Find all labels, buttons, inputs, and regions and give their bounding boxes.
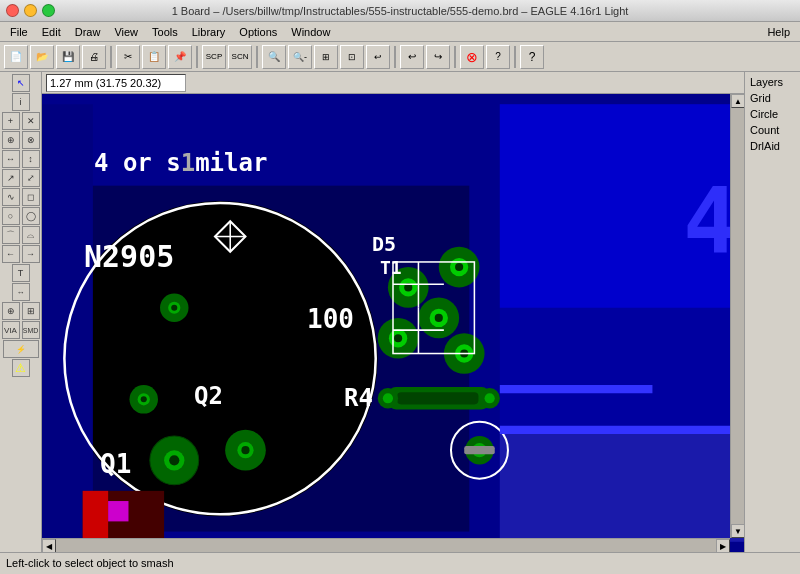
pcb-label-t1: T1 (380, 257, 402, 278)
lt-btn13[interactable]: ⌒ (2, 226, 20, 244)
lt-select[interactable]: ↖ (12, 74, 30, 92)
menu-view[interactable]: View (108, 25, 144, 39)
tb-zoom-out[interactable]: 🔍- (288, 45, 312, 69)
tb-info[interactable]: ? (486, 45, 510, 69)
pcb-label-title: 4 or s1milar (94, 149, 267, 177)
tb-save[interactable]: 💾 (56, 45, 80, 69)
lt-btn14[interactable]: ⌓ (22, 226, 40, 244)
tb-print[interactable]: 🖨 (82, 45, 106, 69)
svg-point-42 (383, 393, 393, 403)
pcb-label-q2: Q2 (194, 382, 223, 410)
scroll-down-btn[interactable]: ▼ (731, 524, 744, 538)
svg-point-23 (455, 263, 463, 271)
menu-help[interactable]: Help (761, 25, 796, 39)
menu-window[interactable]: Window (285, 25, 336, 39)
lt-btn16[interactable]: → (22, 245, 40, 263)
tb-stop[interactable]: ⊗ (460, 45, 484, 69)
lt-btn9[interactable]: ∿ (2, 188, 20, 206)
lt-btn18[interactable]: ⊞ (22, 302, 40, 320)
lt-btn7[interactable]: ↗ (2, 169, 20, 187)
lt-btn19[interactable]: VIA (2, 321, 20, 339)
tb-btn6[interactable]: SCN (228, 45, 252, 69)
rp-count[interactable]: Count (747, 122, 798, 138)
lt-btn5[interactable]: ↔ (2, 150, 20, 168)
lt-btn10[interactable]: ◻ (22, 188, 40, 206)
rp-grid[interactable]: Grid (747, 90, 798, 106)
minimize-button[interactable] (24, 4, 37, 17)
lt-row8: ← → (2, 245, 40, 263)
lt-btn17[interactable]: ⊕ (2, 302, 20, 320)
lt-row6: ○ ◯ (2, 207, 40, 225)
lt-dim[interactable]: ↔ (12, 283, 30, 301)
tb-sep6 (514, 46, 516, 68)
v-scrollbar[interactable]: ▲ ▼ (730, 94, 744, 538)
svg-rect-58 (83, 491, 108, 542)
tb-copy[interactable]: 📋 (142, 45, 166, 69)
lt-btn8[interactable]: ⤢ (22, 169, 40, 187)
scroll-right-btn[interactable]: ▶ (716, 539, 730, 552)
scroll-up-btn[interactable]: ▲ (731, 94, 744, 108)
canvas-area: 4 4 or s1milar N2905 100 D5 T1 Q2 R4 Q1 … (42, 72, 744, 552)
lt-drc[interactable]: ⚡ (3, 340, 39, 358)
tb-zoom-last[interactable]: ↩ (366, 45, 390, 69)
tb-btn5[interactable]: SCP (202, 45, 226, 69)
tb-open[interactable]: 📂 (30, 45, 54, 69)
tb-sep1 (110, 46, 112, 68)
lt-row3: ↔ ↕ (2, 150, 40, 168)
lt-btn12[interactable]: ◯ (22, 207, 40, 225)
svg-point-35 (171, 305, 177, 311)
svg-point-29 (394, 334, 402, 342)
lt-btn20[interactable]: SMD (22, 321, 40, 339)
lt-btn11[interactable]: ○ (2, 207, 20, 225)
tb-undo[interactable]: ↩ (400, 45, 424, 69)
pcb-label-n2905: N2905 (84, 239, 174, 274)
menu-library[interactable]: Library (186, 25, 232, 39)
menu-file[interactable]: File (4, 25, 34, 39)
lt-text[interactable]: T (12, 264, 30, 282)
tb-new[interactable]: 📄 (4, 45, 28, 69)
lt-btn1[interactable]: + (2, 112, 20, 130)
close-button[interactable] (6, 4, 19, 17)
lt-btn3[interactable]: ⊕ (2, 131, 20, 149)
tb-redo[interactable]: ↪ (426, 45, 450, 69)
svg-point-17 (241, 446, 249, 454)
menu-draw[interactable]: Draw (69, 25, 107, 39)
window-buttons (6, 4, 55, 17)
tb-zoom-sel[interactable]: ⊡ (340, 45, 364, 69)
scroll-left-btn[interactable]: ◀ (42, 539, 56, 552)
lt-row10: VIA SMD (2, 321, 40, 339)
rp-circle[interactable]: Circle (747, 106, 798, 122)
tb-paste[interactable]: 📌 (168, 45, 192, 69)
lt-warn[interactable]: ⚠ (12, 359, 30, 377)
main-area: ↖ i + ✕ ⊕ ⊗ ↔ ↕ ↗ ⤢ ∿ ◻ ○ ◯ ⌒ ⌓ (0, 72, 800, 552)
lt-row5: ∿ ◻ (2, 188, 40, 206)
tb-cut[interactable]: ✂ (116, 45, 140, 69)
coord-input[interactable] (46, 74, 186, 92)
tb-help[interactable]: ? (520, 45, 544, 69)
tb-sep2 (196, 46, 198, 68)
lt-info[interactable]: i (12, 93, 30, 111)
lt-btn4[interactable]: ⊗ (22, 131, 40, 149)
pcb-canvas[interactable]: 4 4 or s1milar N2905 100 D5 T1 Q2 R4 Q1 … (42, 94, 744, 552)
lt-btn2[interactable]: ✕ (22, 112, 40, 130)
lt-btn15[interactable]: ← (2, 245, 20, 263)
pcb-label-q1: Q1 (100, 449, 131, 479)
h-scrollbar[interactable]: ◀ ▶ (42, 538, 730, 552)
tb-sep5 (454, 46, 456, 68)
tb-zoom-in[interactable]: 🔍 (262, 45, 286, 69)
svg-rect-6 (500, 430, 744, 542)
svg-rect-59 (108, 501, 128, 521)
toolbar: 📄 📂 💾 🖨 ✂ 📋 📌 SCP SCN 🔍 🔍- ⊞ ⊡ ↩ ↩ ↪ ⊗ ?… (0, 42, 800, 72)
tb-sep3 (256, 46, 258, 68)
maximize-button[interactable] (42, 4, 55, 17)
menubar: File Edit Draw View Tools Library Option… (0, 22, 800, 42)
menu-edit[interactable]: Edit (36, 25, 67, 39)
menu-options[interactable]: Options (233, 25, 283, 39)
rp-layers[interactable]: Layers (747, 74, 798, 90)
left-toolbar: ↖ i + ✕ ⊕ ⊗ ↔ ↕ ↗ ⤢ ∿ ◻ ○ ◯ ⌒ ⌓ (0, 72, 42, 552)
lt-btn6[interactable]: ↕ (22, 150, 40, 168)
menu-tools[interactable]: Tools (146, 25, 184, 39)
tb-zoom-fit[interactable]: ⊞ (314, 45, 338, 69)
svg-point-26 (435, 314, 443, 322)
rp-drlaid[interactable]: DrlAid (747, 138, 798, 154)
